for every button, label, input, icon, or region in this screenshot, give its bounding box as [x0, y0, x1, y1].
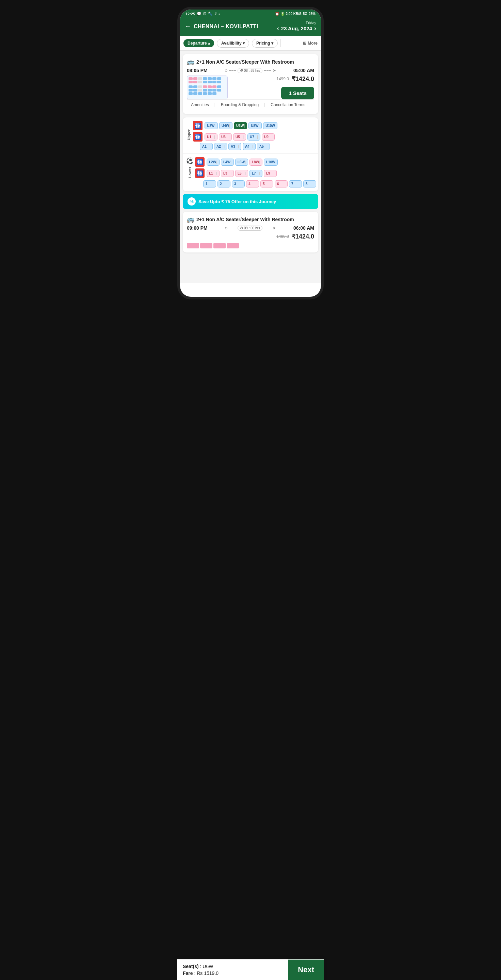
seat-U8W[interactable]: U8W |: [248, 122, 262, 129]
seat-U2W[interactable]: U2W |: [205, 122, 218, 129]
seat-U6W[interactable]: U6W |: [234, 122, 247, 129]
dashes-right-2: [264, 228, 271, 229]
clock-icon-2: ⏱: [240, 226, 243, 230]
restroom-icon-lower2: 🚻: [195, 169, 205, 178]
more-label: More: [308, 41, 318, 46]
seat-A1[interactable]: A1 |: [200, 143, 213, 150]
arr-time-1: 05:00 AM: [293, 68, 314, 73]
header-left: ← CHENNAI – KOVILPATTI: [185, 23, 258, 30]
timing-row-1: 08:05 PM ⏱ 08 : 55 hrs ➤ 05:00 AM: [187, 68, 314, 73]
seat-L2W[interactable]: L2W |: [207, 159, 219, 166]
filter-bar: Departure ▴ Availibility ▾ Pricing ▾ ⊞ M…: [180, 36, 321, 51]
offer-text: Save Upto ₹ 75 Offer on this Journey: [199, 199, 276, 204]
dep-time-1: 08:05 PM: [187, 68, 208, 73]
seat-6[interactable]: 6: [275, 180, 288, 188]
circle-start-2: [225, 227, 227, 229]
seat-L8W[interactable]: L8W |: [250, 159, 262, 166]
header: ← CHENNAI – KOVILPATTI Friday ‹ 23 Aug, …: [180, 18, 321, 36]
seat-A3[interactable]: A3 |: [228, 143, 241, 150]
old-price-2: 1499.0: [276, 234, 289, 239]
more-filter[interactable]: ⊞ More: [303, 41, 318, 46]
seat-U9[interactable]: U9: [262, 134, 275, 140]
seat-2[interactable]: 2: [218, 180, 231, 188]
arr-time-2: 06:00 AM: [293, 225, 314, 231]
seat-U4W[interactable]: U4W |: [219, 122, 232, 129]
seat-1[interactable]: 1: [203, 180, 216, 188]
seat-L1[interactable]: L1 |: [207, 170, 219, 177]
restroom-icon-upper: 🚻: [193, 121, 202, 130]
status-right: ⏰ 🔋 2.00 KB/S 5G 23%: [275, 12, 316, 16]
seat-3[interactable]: 3: [232, 180, 245, 188]
dashes-right: [264, 70, 271, 71]
amenities-tab[interactable]: Amenities: [191, 102, 209, 107]
bus-icon-2: 🚌: [187, 216, 194, 223]
departure-filter[interactable]: Departure ▴: [183, 39, 214, 47]
old-price-1: 1499.0: [276, 76, 289, 81]
battery-percent: 23%: [309, 12, 315, 16]
seat-U5[interactable]: U5 |: [233, 134, 246, 140]
battery-charge-icon: 🔋: [280, 12, 285, 16]
date-section: Friday ‹ 23 Aug, 2024 ›: [277, 21, 316, 32]
seat-L10W[interactable]: L10W: [264, 159, 278, 166]
lower-row-1: 🚻 L2W | L4W | L6W | L8W | L10W: [195, 157, 315, 167]
seat-U10W[interactable]: U10W: [263, 122, 277, 129]
bus-card-1: 🚌 2+1 Non A/C Seater/Sleeper With Restro…: [183, 54, 318, 114]
filter-divider: [280, 39, 281, 47]
timing-row-2: 09:00 PM ⏱ 09 : 00 hrs ➤ 06:00 AM: [187, 225, 314, 231]
lower-aisle-row: 1 2 3 4 5 6 7 8: [186, 179, 315, 188]
restroom-icon-upper2: 🚻: [193, 132, 202, 142]
upper-aisle-row: A1 | A2 | A3 | A4 | A5: [186, 142, 315, 150]
lower-deck-label: Lower: [187, 165, 192, 179]
bus-type-label-2: 2+1 Non A/C Seater/Sleeper With Restroom: [196, 217, 294, 222]
duration-badge-2: ⏱ 09 : 00 hrs: [238, 226, 262, 231]
seat-5[interactable]: 5: [260, 180, 273, 188]
seat-L7[interactable]: L7 |: [250, 170, 262, 177]
seat-A4[interactable]: A4 |: [243, 143, 256, 150]
prev-date-button[interactable]: ‹: [277, 25, 279, 32]
seat-4[interactable]: 4: [246, 180, 259, 188]
filter-icon: ⊞: [303, 41, 306, 46]
seat-L4W[interactable]: L4W |: [221, 159, 234, 166]
bus-type-label-1: 2+1 Non A/C Seater/Sleeper With Restroom: [196, 59, 294, 65]
duration-badge-1: ⏱ 08 : 55 hrs: [238, 68, 262, 73]
arrow-right-1: ➤: [273, 68, 276, 73]
seat-A5[interactable]: A5: [257, 143, 270, 150]
route-title: CHENNAI – KOVILPATTI: [194, 24, 258, 30]
screenshot-icon: ⊡: [203, 11, 206, 16]
seat-L5[interactable]: L5 |: [235, 170, 248, 177]
card-bottom-1: 1499.0 ₹1424.0 1 Seats: [187, 75, 314, 99]
back-button[interactable]: ←: [185, 23, 191, 30]
seat-button-1[interactable]: 1 Seats: [281, 87, 314, 99]
dashes-left: [229, 70, 236, 71]
availability-filter[interactable]: Availibility ▾: [217, 39, 249, 48]
date-row: ‹ 23 Aug, 2024 ›: [277, 25, 316, 32]
offer-banner[interactable]: % Save Upto ₹ 75 Offer on this Journey: [183, 194, 318, 209]
upper-row-1: 🚻 U2W | U4W | U6W | U8W | U10W: [193, 121, 315, 130]
soccer-ball-icon: ⚽: [186, 157, 194, 165]
seat-A2[interactable]: A2 |: [214, 143, 227, 150]
cancellation-tab[interactable]: Cancellation Terms: [270, 102, 305, 107]
boarding-tab[interactable]: Boarding & Dropping: [221, 102, 259, 107]
offer-icon: %: [188, 197, 196, 205]
seat-L9[interactable]: L9: [264, 170, 277, 177]
upper-deck-label: Upper: [186, 121, 192, 142]
pricing-filter[interactable]: Pricing ▾: [252, 39, 278, 48]
dashes-left-2: [229, 228, 236, 229]
seat-U7[interactable]: U7 |: [247, 134, 260, 140]
restroom-icon-lower: 🚻: [195, 157, 205, 167]
bus-icon-1: 🚌: [187, 58, 194, 66]
zapp-icon: Z: [215, 12, 217, 16]
seat-U3[interactable]: U3 |: [219, 134, 232, 140]
seat-U1[interactable]: U1 |: [205, 134, 218, 140]
status-time: 12:25: [186, 12, 195, 16]
seat-L6W[interactable]: L6W |: [235, 159, 248, 166]
seat-L3[interactable]: L3 |: [221, 170, 234, 177]
next-date-button[interactable]: ›: [314, 25, 316, 32]
dep-time-2: 09:00 PM: [187, 225, 208, 231]
status-bar: 12:25 💬 ⊡ 🔦 Z • ⏰ 🔋 2.00 KB/S 5G 23%: [180, 10, 321, 18]
bus-type-header-1: 🚌 2+1 Non A/C Seater/Sleeper With Restro…: [187, 58, 314, 66]
seat-7[interactable]: 7: [289, 180, 302, 188]
date-label: 23 Aug, 2024: [281, 25, 312, 31]
seat-8[interactable]: 8: [303, 180, 316, 188]
dot-icon: •: [218, 12, 220, 16]
